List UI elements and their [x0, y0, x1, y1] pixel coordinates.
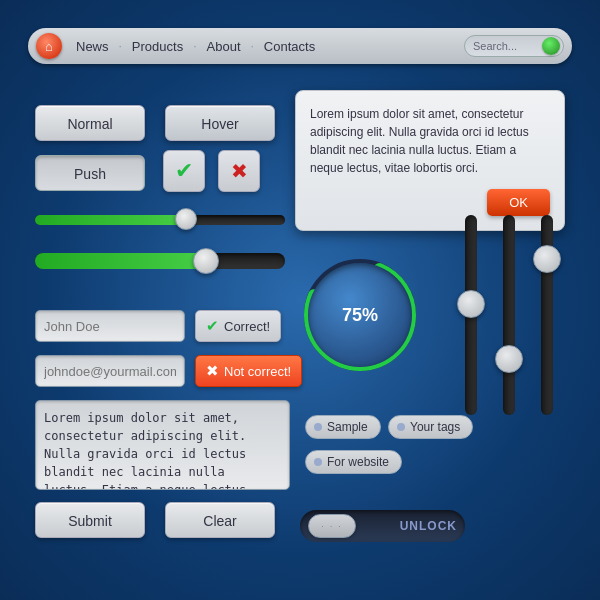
check-button[interactable]: ✔ [163, 150, 205, 192]
nav-contacts[interactable]: Contacts [258, 39, 321, 54]
nav-sep3: · [251, 39, 254, 53]
tag-forwebsite[interactable]: For website [305, 450, 402, 474]
vslider-2 [503, 215, 515, 415]
unlock-handle[interactable] [308, 514, 356, 538]
slider-track-2 [35, 253, 285, 269]
nav-about[interactable]: About [201, 39, 247, 54]
vslider-1 [465, 215, 477, 415]
incorrect-badge: ✖ Not correct! [195, 355, 302, 387]
vslider-thumb-2[interactable] [495, 345, 523, 373]
push-button[interactable]: Push [35, 155, 145, 191]
correct-label: Correct! [224, 319, 270, 334]
incorrect-x-icon: ✖ [206, 362, 219, 380]
navbar: News · Products · About · Contacts Searc… [28, 28, 572, 64]
hover-button[interactable]: Hover [165, 105, 275, 141]
vslider-thumb-1[interactable] [457, 290, 485, 318]
dialog-text: Lorem ipsum dolor sit amet, consectetur … [310, 105, 550, 177]
search-placeholder: Search... [473, 40, 517, 52]
circle-percent: 75% [308, 263, 412, 367]
search-bar[interactable]: Search... [464, 35, 564, 57]
message-textarea[interactable] [35, 400, 290, 490]
clear-button[interactable]: Clear [165, 502, 275, 538]
circular-progress: 75% [300, 255, 420, 375]
nav-products[interactable]: Products [126, 39, 189, 54]
vslider-3 [541, 215, 553, 415]
incorrect-label: Not correct! [224, 364, 291, 379]
slider-fill-2 [35, 253, 198, 269]
tag-dot-icon [314, 423, 322, 431]
vslider-thumb-3[interactable] [533, 245, 561, 273]
unlock-label: UNLOCK [400, 519, 457, 533]
slider-thumb-2[interactable] [193, 248, 219, 274]
tag-yourtags[interactable]: Your tags [388, 415, 473, 439]
nav-sep2: · [193, 39, 196, 53]
slider-thumb-1[interactable] [175, 208, 197, 230]
nav-sep1: · [119, 39, 122, 53]
checkmark-icon: ✔ [175, 158, 193, 184]
cross-icon: ✖ [231, 159, 248, 183]
search-dot [542, 37, 560, 55]
submit-button[interactable]: Submit [35, 502, 145, 538]
tag-sample[interactable]: Sample [305, 415, 381, 439]
dialog-box: Lorem ipsum dolor sit amet, consectetur … [295, 90, 565, 231]
tag-dot-icon-3 [314, 458, 322, 466]
normal-button[interactable]: Normal [35, 105, 145, 141]
slider-track-1 [35, 215, 285, 225]
home-icon[interactable] [36, 33, 62, 59]
correct-check-icon: ✔ [206, 317, 219, 335]
email-input[interactable] [35, 355, 185, 387]
slider-fill-1 [35, 215, 180, 225]
dialog-ok-button[interactable]: OK [487, 189, 550, 216]
nav-news[interactable]: News [70, 39, 115, 54]
tag-dot-icon-2 [397, 423, 405, 431]
cross-button[interactable]: ✖ [218, 150, 260, 192]
name-input[interactable] [35, 310, 185, 342]
correct-badge: ✔ Correct! [195, 310, 281, 342]
unlock-bar: UNLOCK [300, 510, 465, 542]
